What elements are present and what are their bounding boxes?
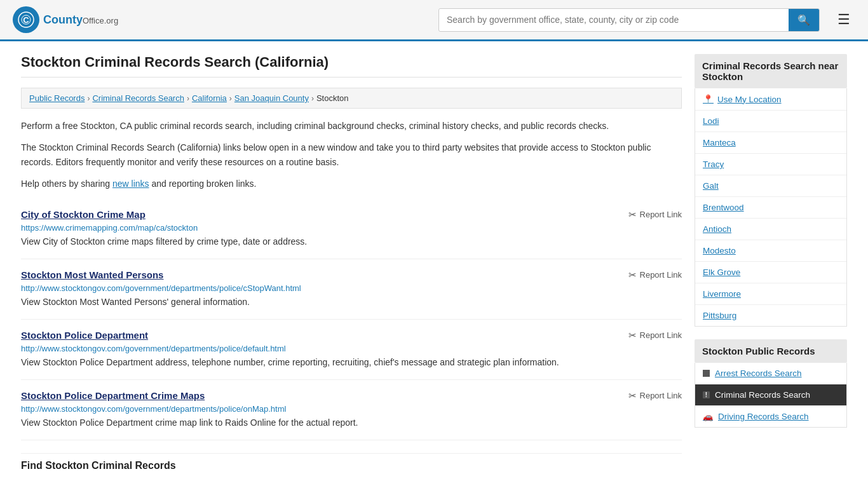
result-header-1: City of Stockton Crime Map ✂ Report Link [21, 209, 682, 220]
sidebar-link-elk-grove[interactable]: Elk Grove [695, 262, 846, 283]
result-title-3[interactable]: Stockton Police Department [21, 330, 148, 341]
sidebar-item-driving-records[interactable]: 🚗 Driving Records Search [695, 406, 846, 427]
sidebar-item-arrest-records[interactable]: Arrest Records Search [695, 363, 846, 384]
main-layout: Stockton Criminal Records Search (Califo… [8, 41, 860, 471]
breadcrumb-san-joaquin[interactable]: San Joaquin County [234, 93, 309, 103]
result-desc-3: View Stockton Police Department address,… [21, 356, 682, 369]
results-list: City of Stockton Crime Map ✂ Report Link… [21, 199, 682, 440]
breadcrumb-public-records[interactable]: Public Records [29, 93, 85, 103]
result-title-2[interactable]: Stockton Most Wanted Persons [21, 269, 163, 280]
result-desc-1: View City of Stockton crime maps filtere… [21, 235, 682, 248]
exclamation-icon: ! [703, 391, 710, 398]
sidebar-nearby-list: 📍 Use My Location Lodi Manteca Tracy Gal… [695, 88, 847, 327]
sidebar-public-records-section: Stockton Public Records Arrest Records S… [695, 339, 847, 428]
location-pin-icon: 📍 [703, 94, 714, 104]
report-icon-3: ✂ [628, 330, 637, 341]
description-para1: Perform a free Stockton, CA public crimi… [21, 119, 682, 133]
sidebar-link-lodi[interactable]: Lodi [695, 111, 846, 132]
sidebar-link-antioch[interactable]: Antioch [695, 219, 846, 240]
report-icon-2: ✂ [628, 269, 637, 281]
sidebar-public-records-list: Arrest Records Search ! Criminal Records… [695, 363, 847, 428]
result-url-2[interactable]: http://www.stocktongov.com/government/de… [21, 283, 682, 293]
sidebar-item-lodi[interactable]: Lodi [695, 111, 846, 132]
report-icon-4: ✂ [628, 390, 637, 402]
breadcrumb-sep-1: › [87, 94, 90, 103]
sidebar-item-pittsburg[interactable]: Pittsburg [695, 305, 846, 326]
result-title-1[interactable]: City of Stockton Crime Map [21, 209, 146, 220]
result-desc-4: View Stockton Police Department crime ma… [21, 416, 682, 430]
breadcrumb-sep-4: › [311, 94, 314, 103]
sidebar-item-criminal-records[interactable]: ! Criminal Records Search [695, 384, 846, 406]
sidebar-item-use-location[interactable]: 📍 Use My Location [695, 88, 846, 111]
hamburger-icon: ☰ [837, 11, 850, 27]
search-input[interactable] [439, 10, 789, 30]
result-item-2: Stockton Most Wanted Persons ✂ Report Li… [21, 259, 682, 320]
sidebar-item-galt[interactable]: Galt [695, 175, 846, 197]
report-link-btn-2[interactable]: ✂ Report Link [628, 269, 682, 281]
logo-icon: C [13, 6, 39, 33]
result-desc-2: View Stockton Most Wanted Persons' gener… [21, 295, 682, 309]
new-links-link[interactable]: new links [112, 179, 149, 189]
breadcrumb: Public Records › Criminal Records Search… [21, 88, 682, 109]
sidebar-link-livermore[interactable]: Livermore [695, 283, 846, 304]
sidebar: Criminal Records Search near Stockton 📍 … [695, 54, 847, 471]
result-url-4[interactable]: http://www.stocktongov.com/government/de… [21, 404, 682, 414]
car-icon: 🚗 [703, 412, 713, 421]
menu-button[interactable]: ☰ [832, 9, 855, 30]
sidebar-item-modesto[interactable]: Modesto [695, 240, 846, 262]
result-title-4[interactable]: Stockton Police Department Crime Maps [21, 390, 205, 401]
breadcrumb-stockton: Stockton [316, 93, 349, 103]
sidebar-item-brentwood[interactable]: Brentwood [695, 197, 846, 219]
sidebar-link-brentwood[interactable]: Brentwood [695, 197, 846, 218]
search-bar: 🔍 [438, 8, 820, 32]
sidebar-link-modesto[interactable]: Modesto [695, 240, 846, 261]
breadcrumb-criminal-records[interactable]: Criminal Records Search [92, 93, 184, 103]
description-para2: The Stockton Criminal Records Search (Ca… [21, 140, 682, 169]
sidebar-public-records-heading: Stockton Public Records [695, 339, 847, 363]
sidebar-link-manteca[interactable]: Manteca [695, 132, 846, 153]
header: C CountyOffice.org 🔍 ☰ [0, 0, 868, 41]
report-icon-1: ✂ [628, 209, 637, 220]
logo[interactable]: C CountyOffice.org [13, 6, 118, 33]
page-title: Stockton Criminal Records Search (Califo… [21, 54, 682, 78]
sidebar-link-galt[interactable]: Galt [695, 175, 846, 196]
result-header-3: Stockton Police Department ✂ Report Link [21, 330, 682, 341]
breadcrumb-california[interactable]: California [192, 93, 227, 103]
sidebar-item-elk-grove[interactable]: Elk Grove [695, 262, 846, 283]
sidebar-nearby-heading: Criminal Records Search near Stockton [695, 54, 847, 88]
find-section-title: Find Stockton Criminal Records [21, 453, 682, 471]
report-link-btn-4[interactable]: ✂ Report Link [628, 390, 682, 402]
logo-text: CountyOffice.org [43, 13, 118, 27]
result-url-3[interactable]: http://www.stocktongov.com/government/de… [21, 344, 682, 353]
report-link-btn-3[interactable]: ✂ Report Link [628, 330, 682, 341]
breadcrumb-sep-2: › [187, 94, 189, 103]
sidebar-link-tracy[interactable]: Tracy [695, 154, 846, 175]
sidebar-item-tracy[interactable]: Tracy [695, 154, 846, 175]
description-para3: Help others by sharing new links and rep… [21, 177, 682, 191]
search-icon: 🔍 [797, 15, 810, 25]
report-link-btn-1[interactable]: ✂ Report Link [628, 209, 682, 220]
result-header-4: Stockton Police Department Crime Maps ✂ … [21, 390, 682, 402]
square-icon [703, 370, 710, 377]
sidebar-link-pittsburg[interactable]: Pittsburg [695, 305, 846, 326]
result-header-2: Stockton Most Wanted Persons ✂ Report Li… [21, 269, 682, 281]
content-area: Stockton Criminal Records Search (Califo… [21, 54, 682, 471]
result-item-3: Stockton Police Department ✂ Report Link… [21, 320, 682, 380]
result-url-1[interactable]: https://www.crimemapping.com/map/ca/stoc… [21, 223, 682, 233]
sidebar-item-manteca[interactable]: Manteca [695, 132, 846, 154]
result-item-4: Stockton Police Department Crime Maps ✂ … [21, 380, 682, 440]
sidebar-item-antioch[interactable]: Antioch [695, 219, 846, 240]
result-item-1: City of Stockton Crime Map ✂ Report Link… [21, 199, 682, 259]
breadcrumb-sep-3: › [229, 94, 232, 103]
search-button[interactable]: 🔍 [789, 9, 819, 31]
sidebar-nearby-section: Criminal Records Search near Stockton 📍 … [695, 54, 847, 327]
sidebar-item-livermore[interactable]: Livermore [695, 283, 846, 305]
